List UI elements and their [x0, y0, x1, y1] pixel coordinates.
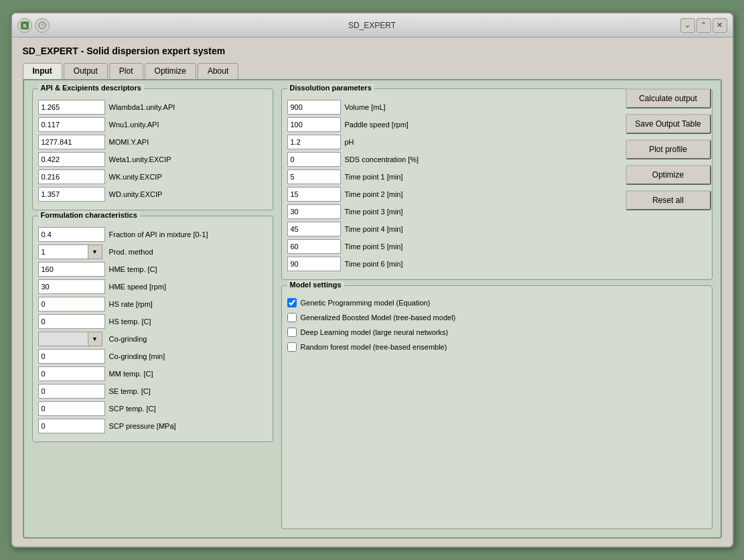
tab-optimize[interactable]: Optimize — [145, 63, 196, 79]
field-row-hs-temp: HS temp. [C] — [38, 314, 267, 329]
tab-plot[interactable]: Plot — [109, 63, 143, 79]
tp2-input[interactable] — [287, 187, 341, 202]
hs-rate-input[interactable] — [38, 297, 105, 311]
plot-button[interactable]: Plot profile — [625, 139, 711, 159]
field-row-weta: Weta1.unity.EXCIP — [38, 152, 267, 167]
paddle-speed-label: Paddle speed [rpm] — [345, 121, 408, 129]
model-gp-row: Genetic Programming model (Equation) — [287, 298, 706, 307]
hs-temp-input[interactable] — [38, 314, 105, 329]
field-row-prod-method: ▼ Prod. method — [38, 244, 267, 259]
main-window: S ? SD_EXPERT ⌄ ⌃ ✕ SD_EXPERT - Solid di… — [11, 12, 734, 548]
scp-pressure-input[interactable] — [38, 419, 105, 433]
wnu-input[interactable] — [38, 117, 105, 132]
app-icon: S — [17, 18, 32, 33]
co-grinding-arrow[interactable]: ▼ — [88, 332, 102, 346]
close-button[interactable]: ✕ — [713, 18, 727, 33]
mm-temp-label: MM temp. [C] — [109, 370, 153, 378]
hme-speed-input[interactable] — [38, 279, 105, 294]
volume-input[interactable] — [287, 100, 341, 115]
prod-method-input[interactable] — [38, 244, 88, 259]
field-row-scp-temp: SCP temp. [C] — [38, 401, 267, 416]
tp3-input[interactable] — [287, 204, 341, 219]
wlambda-label: Wlambda1.unity.API — [109, 103, 175, 111]
co-grinding-label: Co-grinding — [109, 335, 147, 343]
hme-temp-label: HME temp. [C] — [109, 265, 157, 273]
api-section-title: API & Excipients descriptors — [38, 84, 144, 92]
right-buttons: Calculate output Save Output Table Plot … — [625, 88, 713, 210]
hme-speed-label: HME speed [rpm] — [109, 283, 167, 291]
tp6-label: Time point 6 [min] — [345, 260, 403, 268]
wlambda-input[interactable] — [38, 100, 105, 115]
fraction-input[interactable] — [38, 227, 105, 242]
field-row-co-grinding-min: Co-grinding [min] — [38, 349, 267, 364]
calculate-button[interactable]: Calculate output — [625, 88, 711, 109]
se-temp-label: SE temp. [C] — [109, 387, 151, 395]
tab-output[interactable]: Output — [64, 63, 108, 79]
tp4-input[interactable] — [287, 222, 341, 236]
model-rf-row: Random forest model (tree-based ensemble… — [287, 342, 706, 352]
se-temp-input[interactable] — [38, 384, 105, 399]
main-content: API & Excipients descriptors Wlambda1.un… — [23, 79, 722, 539]
field-row-fraction: Fraction of API in mixture [0-1] — [38, 227, 267, 242]
field-row-wk: WK.unity.EXCIP — [38, 169, 267, 184]
co-grinding-input — [38, 332, 88, 346]
mm-temp-input[interactable] — [38, 366, 105, 381]
minimize-button[interactable]: ⌄ — [680, 18, 695, 33]
sds-label: SDS concentration [%] — [345, 155, 419, 163]
field-row-hs-rate: HS rate [rpm] — [38, 297, 267, 311]
prod-method-arrow[interactable]: ▼ — [88, 244, 102, 259]
tab-about[interactable]: About — [198, 63, 238, 79]
scp-temp-input[interactable] — [38, 401, 105, 416]
field-row-hme-speed: HME speed [rpm] — [38, 279, 267, 294]
weta-input[interactable] — [38, 152, 105, 167]
field-row-tp6: Time point 6 [min] — [287, 257, 706, 271]
field-row-wnu: Wnu1.unity.API — [38, 117, 267, 132]
field-row-co-grinding: ▼ Co-grinding — [38, 332, 267, 346]
window-controls: ⌄ ⌃ ✕ — [680, 18, 727, 33]
titlebar-app-icons: S ? — [17, 18, 50, 33]
co-grinding-min-input[interactable] — [38, 349, 105, 364]
model-dl-row: Deep Learning model (large neural networ… — [287, 328, 706, 337]
model-dl-checkbox[interactable] — [287, 328, 297, 337]
tp1-input[interactable] — [287, 169, 341, 184]
dissolution-section-title: Dissolution parameters — [287, 84, 374, 92]
optimize-button[interactable]: Optimize — [625, 165, 711, 185]
wd-input[interactable] — [38, 187, 105, 202]
hs-rate-label: HS rate [rpm] — [109, 300, 153, 308]
tp6-input[interactable] — [287, 257, 341, 271]
tp4-label: Time point 4 [min] — [345, 225, 403, 233]
field-row-mm-temp: MM temp. [C] — [38, 366, 267, 381]
formulation-section: Formulation characteristics Fraction of … — [32, 216, 273, 442]
momi-input[interactable] — [38, 135, 105, 149]
tp5-label: Time point 5 [min] — [345, 242, 403, 251]
tp3-label: Time point 3 [min] — [345, 208, 403, 216]
wk-label: WK.unity.EXCIP — [109, 173, 162, 181]
field-row-momi: MOMI.Y.API — [38, 135, 267, 149]
wd-label: WD.unity.EXCIP — [109, 190, 163, 198]
tp2-label: Time point 2 [min] — [345, 190, 403, 198]
ph-input[interactable] — [287, 135, 341, 149]
hme-temp-input[interactable] — [38, 262, 105, 277]
model-gbm-row: Generalized Boosted Model (tree-based mo… — [287, 313, 706, 322]
model-gbm-label: Generalized Boosted Model (tree-based mo… — [301, 313, 456, 322]
svg-text:S: S — [23, 23, 27, 29]
reset-button[interactable]: Reset all — [625, 190, 711, 210]
field-row-scp-pressure: SCP pressure [MPa] — [38, 419, 267, 433]
app-body: SD_EXPERT - Solid dispersion expert syst… — [12, 38, 733, 547]
tab-input[interactable]: Input — [23, 63, 62, 79]
tp5-input[interactable] — [287, 239, 341, 254]
model-gp-label: Genetic Programming model (Equation) — [301, 299, 431, 307]
model-rf-checkbox[interactable] — [287, 342, 297, 352]
model-settings-section: Model settings Genetic Programming model… — [281, 285, 713, 529]
svg-text:?: ? — [40, 23, 44, 29]
model-gp-checkbox[interactable] — [287, 298, 297, 307]
model-gbm-checkbox[interactable] — [287, 313, 297, 322]
tab-bar: Input Output Plot Optimize About — [23, 63, 722, 79]
maximize-button[interactable]: ⌃ — [696, 18, 711, 33]
co-grinding-dropdown-container: ▼ — [38, 332, 105, 346]
save-button[interactable]: Save Output Table — [625, 114, 711, 134]
wk-input[interactable] — [38, 169, 105, 184]
sds-input[interactable] — [287, 152, 341, 167]
paddle-speed-input[interactable] — [287, 117, 341, 132]
field-row-se-temp: SE temp. [C] — [38, 384, 267, 399]
